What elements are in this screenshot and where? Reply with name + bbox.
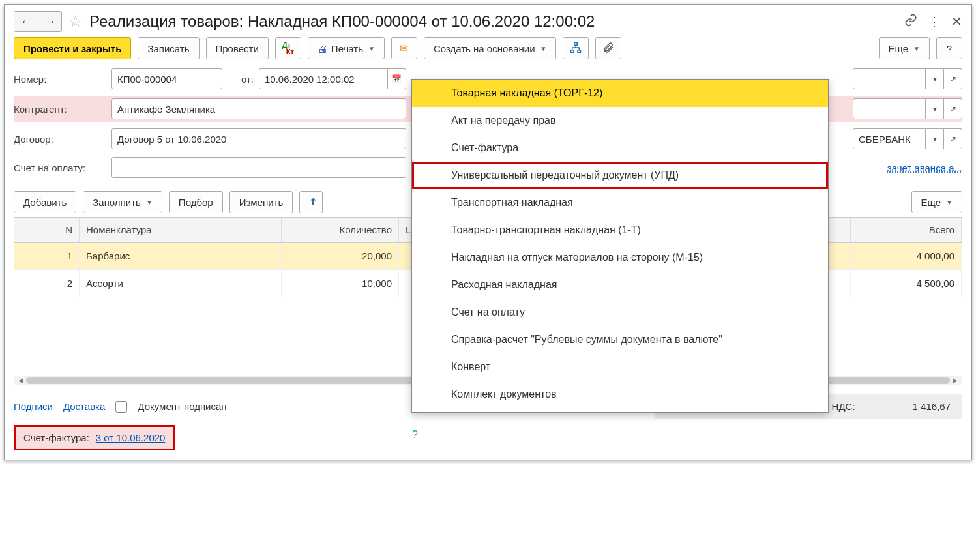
structure-button[interactable] (563, 37, 589, 59)
col-nomenclature[interactable]: Номенклатура (80, 218, 282, 242)
create-based-label: Создать на основании (434, 43, 535, 54)
scroll-left-icon[interactable]: ◀ (18, 377, 23, 384)
advance-offset-link[interactable]: зачет аванса а... (887, 162, 962, 173)
print-menu-item[interactable]: Комплект документов (412, 381, 828, 408)
contragent-input[interactable] (111, 98, 406, 119)
print-menu-item[interactable]: Товарная накладная (ТОРГ-12) (412, 80, 828, 107)
window-title: Реализация товаров: Накладная КП00-00000… (89, 12, 898, 31)
signatures-link[interactable]: Подписи (14, 401, 53, 412)
cell-qty: 10,000 (282, 270, 399, 297)
cell-total: 4 500,00 (851, 270, 962, 297)
link-icon[interactable] (904, 14, 917, 30)
cell-n: 1 (14, 243, 80, 269)
chevron-down-icon: ▼ (146, 199, 153, 206)
invoice-out-wrap: Счет-фактура: 3 от 10.06.2020 ? (14, 419, 418, 450)
number-input[interactable] (111, 68, 222, 89)
create-based-button[interactable]: Создать на основании ▼ (424, 37, 557, 59)
attachment-button[interactable] (595, 37, 621, 59)
vat-value: 1 416,67 (913, 401, 951, 412)
print-label: Печать (331, 43, 363, 54)
bank-input[interactable] (853, 128, 926, 149)
contract-input[interactable] (111, 128, 406, 149)
invoice-label: Счет на оплату: (14, 162, 106, 173)
more-label: Еще (889, 43, 909, 54)
print-button[interactable]: 🖨 Печать ▼ (308, 37, 385, 59)
cell-nom: Ассорти (80, 270, 282, 297)
paperclip-icon (602, 42, 614, 55)
delivery-link[interactable]: Доставка (63, 401, 105, 412)
edit-button[interactable]: Изменить (229, 191, 293, 213)
add-row-button[interactable]: Добавить (14, 191, 76, 213)
main-toolbar: Провести и закрыть Записать Провести ДтК… (14, 37, 962, 59)
warehouse-open-button[interactable]: ↗ (944, 98, 962, 119)
cell-n: 2 (14, 270, 80, 297)
bank-dropdown-button[interactable]: ▾ (926, 128, 944, 149)
titlebar: ← → ☆ Реализация товаров: Накладная КП00… (14, 11, 962, 32)
back-button[interactable]: ← (14, 12, 38, 31)
envelope-icon: ✉ (400, 42, 408, 54)
nav-button-group: ← → (14, 11, 62, 32)
dtkt-icon: ДтКт (282, 42, 294, 55)
hierarchy-icon (570, 42, 582, 55)
print-menu-item[interactable]: Акт на передачу прав (412, 107, 828, 134)
email-button[interactable]: ✉ (391, 37, 417, 59)
more-menu-icon[interactable]: ⋮ (928, 14, 941, 29)
fill-label: Заполнить (93, 197, 141, 208)
print-menu-item[interactable]: Конверт (412, 353, 828, 381)
favorite-star-icon[interactable]: ☆ (68, 12, 83, 31)
print-menu-item[interactable]: Расходная накладная (412, 271, 828, 299)
scroll-right-icon[interactable]: ▶ (953, 377, 958, 384)
toolbar-more-button[interactable]: Еще ▼ (879, 37, 930, 59)
chevron-down-icon: ▼ (368, 45, 375, 52)
invoice-input[interactable] (111, 157, 406, 178)
fill-button[interactable]: Заполнить ▼ (83, 191, 162, 213)
org-combo: ▾ ↗ (853, 68, 962, 89)
chevron-down-icon: ▼ (946, 199, 953, 206)
bank-open-button[interactable]: ↗ (944, 128, 962, 149)
contragent-label: Контрагент: (14, 104, 106, 115)
print-menu-item[interactable]: Счет на оплату (412, 299, 828, 326)
close-icon[interactable]: ✕ (951, 14, 962, 29)
col-qty[interactable]: Количество (282, 218, 399, 242)
dtkt-button[interactable]: ДтКт (275, 37, 301, 59)
warehouse-dropdown-button[interactable]: ▾ (926, 98, 944, 119)
org-open-button[interactable]: ↗ (944, 68, 962, 89)
printer-icon: 🖨 (318, 43, 327, 54)
date-picker-button[interactable]: 📅 (388, 68, 406, 89)
doc-signed-label: Документ подписан (138, 401, 226, 412)
print-menu-item[interactable]: Транспортная накладная (412, 189, 828, 216)
col-total[interactable]: Всего (851, 218, 962, 242)
svg-rect-0 (574, 42, 578, 45)
document-window: ← → ☆ Реализация товаров: Накладная КП00… (4, 4, 972, 460)
post-and-close-button[interactable]: Провести и закрыть (14, 37, 131, 59)
pick-button[interactable]: Подбор (169, 191, 223, 213)
cell-qty: 20,000 (282, 243, 399, 269)
title-actions: ⋮ ✕ (904, 14, 962, 30)
warehouse-input[interactable] (853, 98, 926, 119)
invoice-out-box: Счет-фактура: 3 от 10.06.2020 (14, 425, 175, 450)
print-menu-item[interactable]: Счет-фактура (412, 134, 828, 162)
org-dropdown-button[interactable]: ▾ (926, 68, 944, 89)
invoice-out-link[interactable]: 3 от 10.06.2020 (96, 432, 166, 443)
number-label: Номер: (14, 74, 106, 85)
svg-rect-1 (571, 50, 574, 52)
col-n[interactable]: N (14, 218, 80, 242)
invoice-help-icon[interactable]: ? (412, 429, 418, 441)
bank-combo: ▾ ↗ (853, 128, 962, 149)
print-menu-item[interactable]: Справка-расчет "Рублевые суммы документа… (412, 326, 828, 353)
save-button[interactable]: Записать (138, 37, 199, 59)
contract-label: Договор: (14, 134, 106, 145)
cell-total: 4 000,00 (851, 243, 962, 269)
doc-signed-checkbox[interactable] (115, 401, 127, 413)
move-up-button[interactable]: ⬆ (299, 191, 323, 213)
help-button[interactable]: ? (936, 37, 962, 59)
table-more-label: Еще (921, 197, 941, 208)
table-more-button[interactable]: Еще ▼ (911, 191, 962, 213)
post-button[interactable]: Провести (206, 37, 269, 59)
print-menu-item[interactable]: Товарно-транспортная накладная (1-Т) (412, 216, 828, 244)
print-menu-item[interactable]: Накладная на отпуск материалов на сторон… (412, 244, 828, 271)
print-menu-item-upd[interactable]: Универсальный передаточный документ (УПД… (412, 162, 828, 189)
forward-button[interactable]: → (38, 12, 61, 31)
org-input[interactable] (853, 68, 926, 89)
date-input[interactable] (259, 68, 388, 89)
